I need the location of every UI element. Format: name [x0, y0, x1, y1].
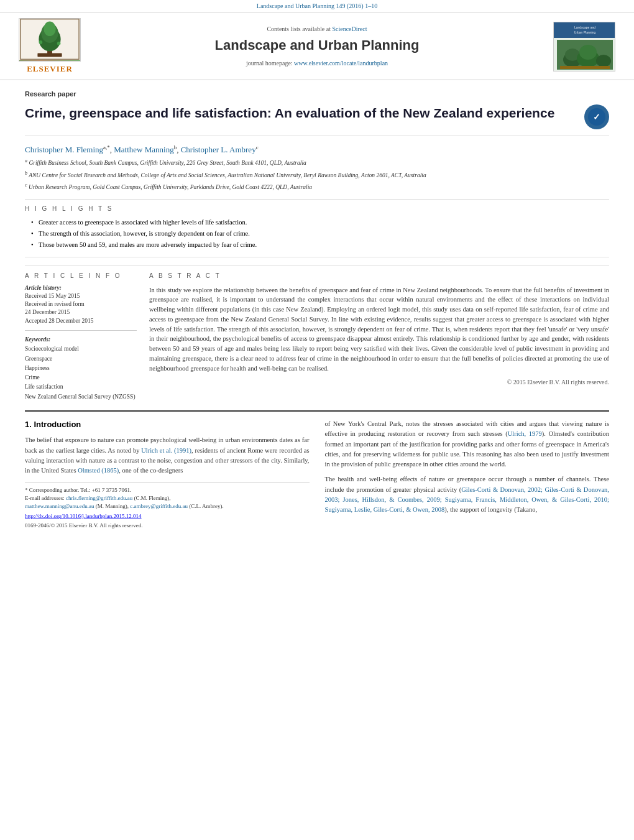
doi-line: http://dx.doi.org/10.1016/j.landurbplan.…: [25, 512, 310, 520]
keyword-5: Life satisfaction: [25, 383, 137, 391]
abstract-body: In this study we explore the relationshi…: [149, 285, 609, 374]
paper-type-label: Research paper: [25, 90, 609, 99]
keyword-3: Happiness: [25, 364, 137, 372]
accepted-date: Accepted 28 December 2015: [25, 317, 137, 325]
highlights-section: H I G H L I G H T S Greater access to gr…: [25, 199, 609, 257]
highlights-list: Greater access to greenspace is associat…: [25, 218, 609, 249]
highlights-header: H I G H L I G H T S: [25, 205, 609, 213]
keywords-label: Keywords:: [25, 336, 137, 344]
email-3-link[interactable]: c.ambrey@griffith.edu.au: [130, 503, 188, 509]
academic-paper-page: Landscape and Urban Planning 149 (2016) …: [0, 0, 634, 840]
ulrich-1991-ref[interactable]: Ulrich et al. (1991): [141, 447, 191, 454]
svg-point-8: [57, 42, 61, 45]
affiliation-a: a Griffith Business School, South Bank C…: [25, 157, 609, 167]
footnote-section: * Corresponding author. Tel.: +61 7 3735…: [25, 482, 310, 529]
svg-point-7: [39, 40, 42, 44]
authors-section: Christopher M. Fleminga,*, Matthew Manni…: [25, 144, 609, 192]
svg-rect-6: [37, 53, 62, 57]
abstract-header: A B S T R A C T: [149, 272, 609, 280]
journal-cover-image: Landscape and Urban Planning: [553, 22, 615, 72]
olmsted-1865-ref[interactable]: Olmsted (1865): [78, 467, 119, 474]
affiliation-c: c Urban Research Program, Gold Coast Cam…: [25, 182, 609, 192]
svg-point-5: [44, 22, 56, 37]
journal-header-center: Contents lists available at ScienceDirec…: [87, 25, 547, 68]
svg-text:✓: ✓: [593, 112, 600, 122]
elsevier-wordmark: ELSEVIER: [27, 63, 73, 75]
intro-paragraph-1: The belief that exposure to nature can p…: [25, 435, 310, 476]
paper-title: Crime, greenspace and life satisfaction:…: [25, 104, 575, 121]
content-area: Research paper Crime, greenspace and lif…: [0, 80, 634, 538]
footnote-emails: E-mail addresses: chris.fleming@griffith…: [25, 494, 310, 510]
journal-title: Landscape and Urban Planning: [87, 36, 547, 55]
history-label: Article history:: [25, 284, 137, 292]
crossmark-badge: ✓: [584, 104, 609, 129]
keyword-6: New Zealand General Social Survey (NZGSS…: [25, 393, 137, 401]
issn-line: 0169-2046/© 2015 Elsevier B.V. All right…: [25, 522, 310, 530]
highlight-3: Those between 50 and 59, and males are m…: [31, 241, 609, 250]
journal-header: ELSEVIER Contents lists available at Sci…: [0, 13, 634, 80]
article-info-column: A R T I C L E I N F O Article history: R…: [25, 272, 137, 402]
author-2-link[interactable]: Matthew Manning: [114, 145, 173, 154]
svg-text:Landscape and: Landscape and: [574, 25, 595, 29]
volume-info: Landscape and Urban Planning 149 (2016) …: [257, 2, 377, 9]
keyword-4: Crime: [25, 374, 137, 382]
intro-paragraph-2: of New York's Central Park, notes the st…: [325, 419, 610, 469]
keyword-2: Greenspace: [25, 355, 137, 363]
article-history: Article history: Received 15 May 2015 Re…: [25, 284, 137, 331]
copyright-line: © 2015 Elsevier B.V. All rights reserved…: [149, 378, 609, 387]
main-col-left: 1. Introduction The belief that exposure…: [25, 419, 310, 529]
svg-point-18: [596, 55, 611, 67]
volume-bar: Landscape and Urban Planning 149 (2016) …: [0, 0, 634, 13]
intro-number: 1.: [25, 420, 32, 429]
that-is-text: That is: [432, 326, 450, 333]
keywords-section: Keywords: Socioecological model Greenspa…: [25, 336, 137, 401]
elsevier-logo-section: ELSEVIER: [12, 18, 87, 75]
highlight-2: The strength of this association, howeve…: [31, 229, 609, 239]
revised-label: Received in revised form: [25, 300, 137, 308]
email-2-link[interactable]: matthew.manning@anu.edu.au: [25, 503, 94, 509]
footnote-star-text: * Corresponding author. Tel.: +61 7 3735…: [25, 486, 310, 494]
author-3-link[interactable]: Christopher L. Ambrey: [181, 145, 256, 154]
giles-corti-2002-ref[interactable]: Giles-Corti & Donovan, 2002; Giles-Corti…: [325, 486, 610, 514]
svg-point-17: [579, 45, 597, 60]
main-content-section: 1. Introduction The belief that exposure…: [25, 410, 609, 529]
paper-title-section: Crime, greenspace and life satisfaction:…: [25, 104, 609, 136]
revised-date: 24 December 2015: [25, 308, 137, 316]
sciencedirect-link[interactable]: ScienceDirect: [332, 25, 367, 32]
elsevier-logo: ELSEVIER: [12, 18, 87, 75]
svg-text:Urban Planning: Urban Planning: [574, 30, 596, 34]
email-1-link[interactable]: chris.fleming@griffith.edu.au: [66, 495, 132, 501]
author-1-link[interactable]: Christopher M. Fleming: [25, 145, 103, 154]
journal-homepage: journal homepage: www.elsevier.com/locat…: [87, 59, 547, 68]
svg-rect-19: [560, 66, 610, 69]
highlight-1: Greater access to greenspace is associat…: [31, 218, 609, 228]
contents-link: Contents lists available at ScienceDirec…: [87, 25, 547, 34]
doi-link[interactable]: http://dx.doi.org/10.1016/j.landurbplan.…: [25, 513, 142, 519]
elsevier-image: [19, 18, 81, 62]
keyword-1: Socioecological model: [25, 345, 137, 353]
intro-paragraph-3: The health and well-being effects of nat…: [325, 474, 610, 515]
intro-title: Introduction: [34, 420, 81, 429]
authors-line: Christopher M. Fleminga,*, Matthew Manni…: [25, 144, 609, 156]
journal-cover-section: Landscape and Urban Planning: [547, 22, 622, 72]
abstract-column: A B S T R A C T In this study we explore…: [149, 272, 609, 402]
article-info-header: A R T I C L E I N F O: [25, 272, 137, 280]
intro-section-title: 1. Introduction: [25, 419, 310, 430]
two-col-main: 1. Introduction The belief that exposure…: [25, 419, 609, 529]
article-info-abstract-section: A R T I C L E I N F O Article history: R…: [25, 265, 609, 402]
main-col-right: of New York's Central Park, notes the st…: [325, 419, 610, 529]
affiliation-b: b ANU Centre for Social Research and Met…: [25, 170, 609, 180]
homepage-url[interactable]: www.elsevier.com/locate/landurbplan: [294, 60, 388, 67]
ulrich-1979-ref[interactable]: Ulrich, 1979: [508, 430, 542, 437]
received-date: Received 15 May 2015: [25, 292, 137, 300]
